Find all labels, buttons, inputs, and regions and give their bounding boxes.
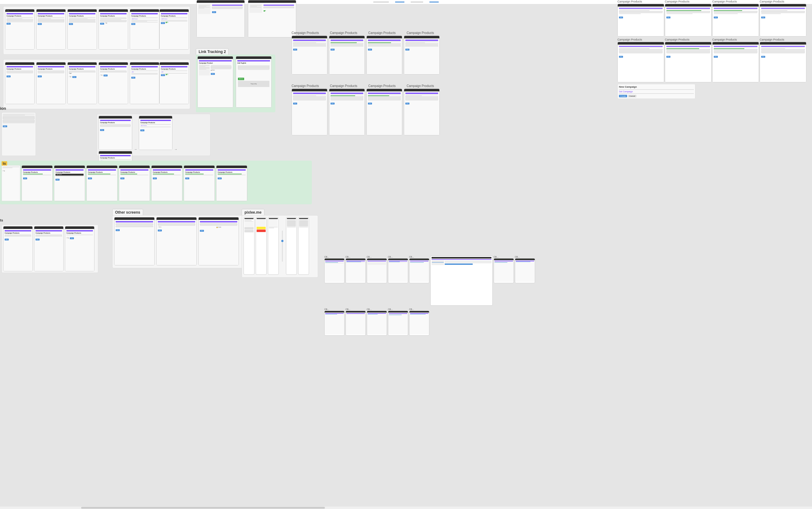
mini-btn[interactable]: Save: [330, 49, 334, 50]
mini-btn[interactable]: Save: [212, 11, 216, 13]
mini-btn[interactable]: Save: [293, 49, 297, 50]
mini-btn[interactable]: Save: [293, 103, 297, 104]
link-tracking-section: Campaign Product: [196, 55, 275, 112]
mini-btn[interactable]: Apply: [3, 125, 7, 127]
mini-btn[interactable]: Save: [761, 56, 765, 58]
cp-screen-1: Save: [291, 36, 327, 74]
mini-btn[interactable]: Save: [368, 49, 372, 50]
far-cp-label-7: Campaign Products: [712, 38, 759, 41]
mini-btn[interactable]: Save: [218, 177, 222, 179]
mini-btn[interactable]: Save: [38, 75, 42, 77]
toggle-on[interactable]: [166, 74, 168, 75]
mini-button[interactable]: Save: [131, 23, 135, 25]
toggle[interactable]: [105, 23, 107, 24]
mini-button[interactable]: Save: [6, 23, 11, 25]
mini-btn[interactable]: Save: [619, 16, 623, 19]
mobile-screen-1: [244, 217, 254, 275]
cp-screen-4: Save: [404, 36, 440, 74]
mini-button[interactable]: Save: [69, 23, 73, 25]
cp-label-1: Campaign Products: [291, 31, 327, 35]
mini-btn[interactable]: Save: [158, 230, 162, 231]
mini-btn[interactable]: Save: [714, 16, 718, 19]
cb-screen-7: [515, 258, 535, 283]
mobile-screen-3: [268, 217, 279, 275]
set-campaign-link[interactable]: Set Campaign: [619, 91, 694, 93]
ion-label: ion: [0, 106, 6, 111]
mini-btn[interactable]: Save: [72, 76, 76, 78]
mini-button[interactable]: Save: [38, 23, 42, 25]
mini-btn[interactable]: Save: [619, 56, 623, 58]
mini-btn[interactable]: Save: [140, 129, 144, 131]
mini-btn[interactable]: Save: [330, 103, 334, 104]
mini-btn[interactable]: Save: [131, 77, 135, 78]
far-screen-2: Save: [665, 4, 712, 36]
screen-frame-5: Campaign Products + Add Products Save: [130, 9, 160, 49]
mini-button[interactable]: Save: [161, 22, 165, 24]
arrow-2: →: [173, 147, 178, 151]
cp-mid-screen-4: Save: [404, 89, 440, 135]
ts-screen-2: Campaign Products dark element Save: [54, 165, 85, 201]
cb-item-b4: CB...: [388, 308, 408, 336]
mini-btn[interactable]: Save: [161, 74, 165, 76]
mini-btn[interactable]: Save: [761, 16, 765, 19]
other-screens-section: Save ✓ item Save: [112, 215, 243, 268]
mini-btn[interactable]: Save: [368, 103, 372, 104]
pixlee-label: pixlee.me: [242, 209, 264, 216]
mini-btn[interactable]: Save: [88, 177, 92, 179]
mini-btn[interactable]: Save: [405, 103, 410, 104]
mini-btn[interactable]: Save: [185, 177, 189, 179]
cancel-btn[interactable]: Cancel: [628, 95, 636, 97]
cp-screen-3: Save: [366, 36, 402, 74]
toggle[interactable]: [100, 74, 103, 76]
cb-screen-3: [367, 258, 387, 283]
mini-btn[interactable]: Save: [714, 56, 718, 58]
create-btn[interactable]: Create: [619, 95, 627, 97]
mini-btn[interactable]: Save: [6, 75, 11, 77]
cp-label-8: Campaign Products: [407, 84, 443, 88]
mini-btn[interactable]: Save: [120, 177, 125, 179]
screen-r2-1: Campaign Products Save: [5, 62, 35, 104]
toolbar-item-active: [395, 2, 404, 2]
mini-btn[interactable]: Save: [211, 73, 215, 75]
mini-button[interactable]: Save: [100, 23, 104, 25]
screen-frame-4: Campaign Products Save: [99, 9, 128, 49]
other-screen-1: Save: [114, 217, 155, 265]
ts-screen-1: Campaign Products Save: [22, 165, 53, 201]
lb-screen-3: Campaign Products Save: [65, 226, 95, 271]
mini-btn[interactable]: Save: [153, 177, 157, 179]
screen-r2-5: Campaign Products + Add Save: [130, 62, 160, 104]
cp-label-5: Campaign Products: [291, 84, 327, 88]
link-screen-1: Campaign Product: [198, 56, 233, 108]
mini-btn[interactable]: Save: [666, 56, 670, 58]
mini-btn[interactable]: Save: [405, 49, 410, 50]
cp-label-2: Campaign Products: [330, 31, 366, 35]
mini-btn[interactable]: Save: [666, 16, 670, 19]
mini-btn[interactable]: Save: [104, 74, 108, 76]
pixlee-section: [242, 215, 318, 278]
toggle[interactable]: [66, 237, 69, 239]
toggle[interactable]: [2, 170, 5, 172]
ts-bottom-label: ts: [0, 218, 3, 222]
far-screen-1: Save: [617, 4, 664, 36]
ts-screen-3: Campaign Products Save: [86, 165, 117, 201]
toggle-on[interactable]: [166, 22, 168, 23]
cp-mid-screen-2: Save: [329, 89, 365, 135]
second-cluster: Campaign Products Save Campaign Products…: [3, 59, 190, 109]
scrollbar-thumb[interactable]: [81, 507, 325, 509]
cb-item-b2: CB...: [346, 308, 366, 336]
mini-btn[interactable]: Save: [200, 230, 204, 232]
horizontal-scrollbar[interactable]: [0, 507, 812, 509]
mini-btn[interactable]: Save: [36, 239, 40, 240]
toggle[interactable]: [69, 76, 71, 77]
mini-btn[interactable]: Save: [23, 177, 27, 179]
cb-item-6: CB...: [494, 256, 514, 306]
mini-btn[interactable]: Save: [100, 129, 104, 131]
mini-btn[interactable]: Save: [116, 229, 120, 231]
mini-btn[interactable]: Save: [5, 239, 9, 240]
mini-btn[interactable]: Save: [56, 179, 60, 180]
toggle[interactable]: [263, 10, 266, 11]
cb-screen-6: [494, 258, 514, 283]
cb-item-5: CB...: [409, 256, 429, 306]
mini-btn[interactable]: Save: [70, 237, 74, 239]
popup-btn[interactable]: Add Link: [238, 78, 244, 80]
